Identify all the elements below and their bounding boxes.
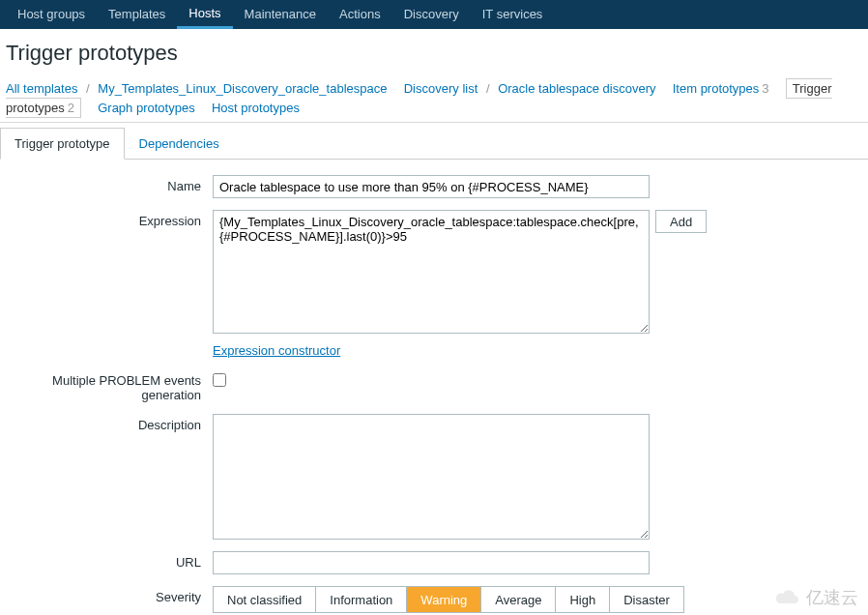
crumb-all-templates[interactable]: All templates — [6, 81, 77, 96]
add-button[interactable]: Add — [655, 210, 707, 233]
crumb-discovery-list[interactable]: Discovery list — [404, 81, 478, 96]
name-label: Name — [0, 175, 213, 193]
cloud-icon — [773, 588, 802, 607]
item-prototypes-count: 3 — [759, 81, 768, 96]
severity-group: Not classified Information Warning Avera… — [213, 586, 684, 613]
watermark: 亿速云 — [773, 586, 858, 609]
expression-constructor-link[interactable]: Expression constructor — [213, 343, 340, 358]
description-label: Description — [0, 414, 213, 432]
severity-disaster[interactable]: Disaster — [610, 587, 683, 612]
severity-average[interactable]: Average — [481, 587, 556, 612]
nav-maintenance[interactable]: Maintenance — [233, 0, 328, 29]
multiple-label: Multiple PROBLEM events generation — [0, 369, 213, 402]
severity-high[interactable]: High — [556, 587, 610, 612]
crumb-discovery-rule[interactable]: Oracle tablespace discovery — [498, 81, 655, 96]
expression-label: Expression — [0, 210, 213, 228]
crumb-graph-prototypes[interactable]: Graph prototypes — [98, 101, 194, 115]
top-navigation: Host groups Templates Hosts Maintenance … — [0, 0, 868, 29]
expression-input[interactable]: {My_Templates_Linux_Discovery_oracle_tab… — [213, 210, 650, 334]
nav-hosts[interactable]: Hosts — [177, 0, 232, 29]
severity-information[interactable]: Information — [316, 587, 407, 612]
description-input[interactable] — [213, 414, 650, 540]
nav-actions[interactable]: Actions — [328, 0, 392, 29]
nav-discovery[interactable]: Discovery — [392, 0, 471, 29]
severity-warning[interactable]: Warning — [407, 587, 481, 612]
nav-templates[interactable]: Templates — [97, 0, 177, 29]
tab-trigger-prototype[interactable]: Trigger prototype — [0, 128, 125, 160]
crumb-host-prototypes[interactable]: Host prototypes — [212, 101, 300, 115]
nav-it-services[interactable]: IT services — [471, 0, 555, 29]
crumb-template-name[interactable]: My_Templates_Linux_Discovery_oracle_tabl… — [98, 81, 387, 96]
url-label: URL — [0, 551, 213, 570]
breadcrumb: All templates / My_Templates_Linux_Disco… — [0, 75, 868, 123]
crumb-item-prototypes[interactable]: Item prototypes — [673, 81, 760, 96]
page-title: Trigger prototypes — [0, 29, 868, 75]
tab-dependencies[interactable]: Dependencies — [125, 128, 234, 160]
name-input[interactable] — [213, 175, 650, 198]
trigger-form: Name Expression {My_Templates_Linux_Disc… — [0, 160, 868, 615]
nav-host-groups[interactable]: Host groups — [6, 0, 97, 29]
severity-not-classified[interactable]: Not classified — [214, 587, 316, 612]
tabs: Trigger prototype Dependencies — [0, 127, 868, 160]
url-input[interactable] — [213, 551, 650, 574]
multiple-checkbox[interactable] — [213, 373, 226, 387]
severity-label: Severity — [0, 586, 213, 604]
